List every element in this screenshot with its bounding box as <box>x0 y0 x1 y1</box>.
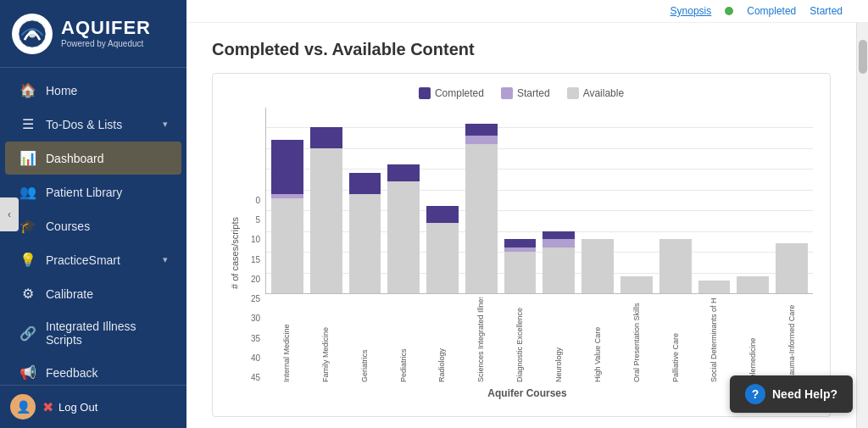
y-tick-0: 0 <box>242 196 260 205</box>
logout-button[interactable]: ✖ Log Out <box>42 399 97 415</box>
bar-started-5 <box>465 136 498 144</box>
nav-icon-patient-library: 👥 <box>19 184 37 200</box>
bar-stack-7 <box>542 231 575 293</box>
bar-stack-5 <box>465 124 498 293</box>
completed-label: Completed <box>747 5 796 17</box>
bar-available-11 <box>698 281 731 293</box>
bar-stack-10 <box>659 239 692 293</box>
bars-container <box>265 108 813 294</box>
logo-icon <box>12 14 53 54</box>
sidebar-item-illness-scripts[interactable]: 🔗 Integrated Illness Scripts <box>5 311 181 355</box>
y-tick-45: 45 <box>242 373 260 382</box>
legend-started-box <box>501 87 513 99</box>
bar-available-2 <box>349 194 381 293</box>
bar-completed-5 <box>465 124 498 136</box>
logout-icon: ✖ <box>42 399 53 415</box>
x-label-13: Trauma-Informed Care <box>776 297 808 382</box>
logo-title: AQUIFER <box>61 18 151 38</box>
y-tick-15: 15 <box>242 255 260 264</box>
y-axis: 454035302520151050 <box>242 196 265 382</box>
x-labels: Internal MedicineFamily MedicineGeriatri… <box>265 297 813 382</box>
bar-stack-6 <box>504 239 537 293</box>
bar-available-3 <box>387 181 420 293</box>
bar-available-10 <box>659 239 692 293</box>
legend-completed-label: Completed <box>435 87 484 99</box>
bar-stack-3 <box>387 164 420 293</box>
bar-stack-0 <box>271 140 303 293</box>
x-label-5: Sciences Integrated Illness Scripts <box>465 297 497 382</box>
nav-label-practicesmart: PracticeSmart <box>46 253 120 267</box>
x-label-3: Pediatrics <box>387 297 420 382</box>
bar-group-12 <box>737 108 769 293</box>
bar-group-6 <box>504 108 537 293</box>
nav-icon-feedback: 📢 <box>19 364 37 381</box>
bar-stack-4 <box>426 206 459 293</box>
x-label-11: Social Determinants of Health <box>698 297 730 382</box>
nav-label-feedback: Feedback <box>46 366 97 380</box>
need-help-button[interactable]: ? Need Help? <box>730 375 853 413</box>
bar-group-11 <box>698 108 731 293</box>
y-tick-5: 5 <box>242 215 260 225</box>
nav-icon-practicesmart: 💡 <box>19 252 37 268</box>
bar-available-0 <box>271 198 303 293</box>
nav-icon-dashboard: 📊 <box>19 150 37 166</box>
sidebar-item-feedback[interactable]: 📢 Feedback <box>5 356 181 385</box>
bar-available-6 <box>504 252 537 293</box>
main-content: Completed vs. Available Content Complete… <box>186 23 856 428</box>
bar-group-3 <box>387 108 420 293</box>
bar-completed-3 <box>387 164 420 181</box>
nav-label-courses: Courses <box>46 220 90 233</box>
bar-group-4 <box>426 108 459 293</box>
x-label-9: Oral Presentation Skills <box>620 297 653 382</box>
y-tick-35: 35 <box>242 334 260 343</box>
x-label-2: Geriatrics <box>348 297 381 382</box>
bar-completed-7 <box>542 231 575 240</box>
legend-available-box <box>567 87 579 99</box>
x-label-0: Internal Medicine <box>270 297 303 382</box>
bar-group-7 <box>542 108 575 293</box>
sidebar-item-dashboard[interactable]: 📊 Dashboard <box>5 142 181 175</box>
nav-icon-calibrate: ⚙ <box>19 286 37 302</box>
sidebar-item-todos[interactable]: ☰ To-Dos & Lists ▾ <box>5 108 181 141</box>
nav-arrow-todos: ▾ <box>163 119 168 130</box>
nav-icon-home: 🏠 <box>19 82 37 98</box>
bar-stack-9 <box>620 276 653 293</box>
y-axis-title: # of cases/scripts <box>230 108 240 399</box>
bar-group-2 <box>349 108 381 293</box>
sidebar-nav: 🏠 Home ☰ To-Dos & Lists ▾ 📊 Dashboard 👥 … <box>0 68 186 385</box>
bar-completed-1 <box>310 127 342 147</box>
nav-label-calibrate: Calibrate <box>46 287 93 301</box>
scroll-thumb[interactable] <box>859 40 867 74</box>
y-tick-40: 40 <box>242 353 260 363</box>
nav-icon-courses: 🎓 <box>19 218 37 234</box>
bar-stack-11 <box>698 281 731 293</box>
bar-completed-6 <box>504 239 537 247</box>
sidebar-item-calibrate[interactable]: ⚙ Calibrate <box>5 277 181 310</box>
legend-completed-box <box>419 87 431 99</box>
bar-available-13 <box>776 243 808 293</box>
synopsis-link[interactable]: Synopsis <box>670 5 712 17</box>
scrollbar[interactable] <box>856 23 868 428</box>
bar-stack-2 <box>349 173 381 293</box>
chart-title: Completed vs. Available Content <box>212 40 831 59</box>
sidebar-item-courses[interactable]: 🎓 Courses <box>5 209 181 242</box>
logo-subtitle: Powered by Aqueduct <box>61 38 151 49</box>
bar-group-8 <box>581 108 614 293</box>
x-label-6: Diagnostic Excellence <box>504 297 536 382</box>
sidebar-item-patient-library[interactable]: 👥 Patient Library <box>5 175 181 208</box>
y-tick-30: 30 <box>242 314 260 323</box>
legend-started-label: Started <box>517 87 550 99</box>
chart-container: Completed Started Available <box>212 73 831 417</box>
bar-available-1 <box>310 148 342 293</box>
sidebar-item-practicesmart[interactable]: 💡 PracticeSmart ▾ <box>5 243 181 276</box>
nav-label-patient-library: Patient Library <box>46 186 122 199</box>
sidebar-bottom: 👤 ✖ Log Out <box>0 385 186 428</box>
legend-started: Started <box>501 87 550 99</box>
x-label-10: Palliative Care <box>659 297 692 382</box>
legend-available: Available <box>567 87 624 99</box>
x-label-1: Family Medicine <box>309 297 342 382</box>
sidebar-item-home[interactable]: 🏠 Home <box>5 74 181 107</box>
need-help-label: Need Help? <box>772 387 837 401</box>
logout-label: Log Out <box>58 401 97 414</box>
bar-group-9 <box>620 108 653 293</box>
